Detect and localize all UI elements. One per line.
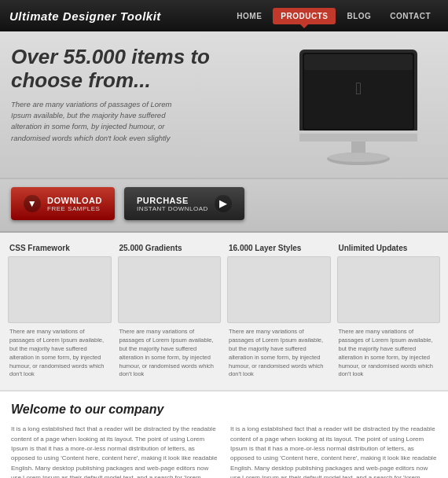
nav-home[interactable]: HOME [229, 8, 270, 24]
welcome-col1: It is a long established fact that a rea… [11, 425, 218, 478]
feature-gradients-desc: There are many variations of passages of… [118, 328, 222, 379]
hero-description: There are many variations of passages of… [11, 99, 192, 144]
feature-updates-title: Unlimited Updates [337, 244, 441, 252]
feature-updates-image [337, 256, 441, 323]
features-section: CSS Framework There are many variations … [0, 233, 448, 392]
feature-layer-image [227, 256, 331, 323]
nav-blog[interactable]: BLOG [339, 8, 379, 24]
imac-icon:  [284, 46, 433, 170]
header: Ultimate Designer Toolkit HOME PRODUCTS … [0, 0, 448, 31]
welcome-content: It is a long established fact that a rea… [11, 425, 437, 478]
hero-section: Over 55.000 items to choose from... Ther… [0, 31, 448, 179]
feature-css-desc: There are many variations of passages of… [8, 328, 112, 379]
welcome-col2: It is a long established fact that a rea… [230, 425, 437, 478]
hero-title: Over 55.000 items to choose from... [11, 46, 272, 93]
feature-gradients-title: 25.000 Gradients [118, 244, 222, 252]
feature-css: CSS Framework There are many variations … [8, 244, 112, 379]
feature-layer: 16.000 Layer Styles There are many varia… [227, 244, 331, 379]
buttons-section: ▼ DOWNLOAD FREE SAMPLES PURCHASE INSTANT… [0, 179, 448, 233]
feature-gradients-image [118, 256, 222, 323]
svg-rect-9 [304, 54, 413, 70]
svg-rect-5 [299, 134, 417, 142]
nav-products[interactable]: PRODUCTS [273, 8, 336, 24]
nav-contact[interactable]: CONTACT [382, 8, 439, 24]
download-text: DOWNLOAD FREE SAMPLES [47, 196, 102, 212]
download-button[interactable]: ▼ DOWNLOAD FREE SAMPLES [11, 187, 115, 220]
feature-updates-desc: There are many variations of passages of… [337, 328, 441, 379]
purchase-button[interactable]: PURCHASE INSTANT DOWNLOAD ▶ [124, 187, 244, 220]
svg-text::  [355, 79, 362, 98]
feature-css-title: CSS Framework [8, 244, 112, 252]
feature-layer-title: 16.000 Layer Styles [227, 244, 331, 252]
hero-image:  [280, 46, 437, 170]
purchase-icon: ▶ [215, 195, 232, 212]
welcome-section: Welcome to our company It is a long esta… [0, 392, 448, 478]
feature-css-image [8, 256, 112, 323]
purchase-text: PURCHASE INSTANT DOWNLOAD [137, 196, 208, 212]
nav: HOME PRODUCTS BLOG CONTACT [229, 8, 439, 24]
hero-left: Over 55.000 items to choose from... Ther… [11, 46, 280, 144]
svg-point-8 [329, 153, 388, 162]
logo: Ultimate Designer Toolkit [9, 9, 161, 23]
feature-updates: Unlimited Updates There are many variati… [337, 244, 441, 379]
feature-gradients: 25.000 Gradients There are many variatio… [118, 244, 222, 379]
feature-layer-desc: There are many variations of passages of… [227, 328, 331, 379]
download-icon: ▼ [24, 195, 41, 212]
welcome-title: Welcome to our company [11, 403, 437, 417]
